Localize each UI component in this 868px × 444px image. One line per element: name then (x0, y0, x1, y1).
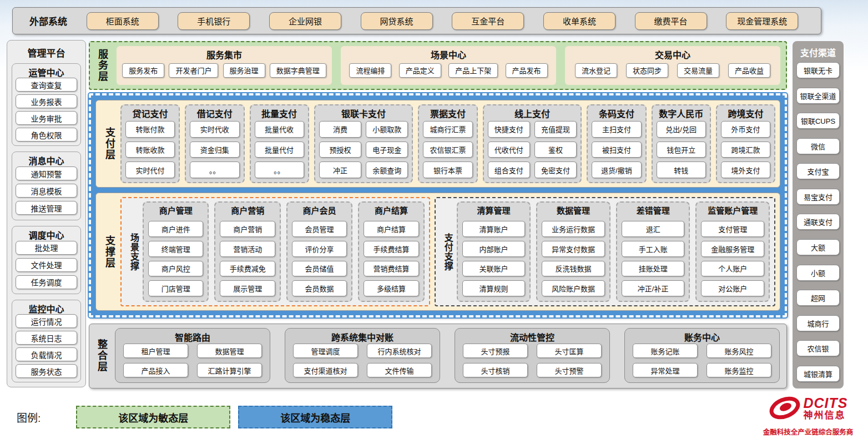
support-item-box: 挂账处理 (622, 261, 685, 277)
payment-channel-box: 支付宝 (796, 163, 840, 179)
service-group: 服务集市服务发布开发者门户服务治理数据字典管理 (117, 46, 332, 85)
legend: 图例: 该区域为敏态层 该区域为稳态层 (17, 406, 392, 428)
payment-item-box: 鉴权 (534, 142, 577, 158)
support-item-box: 内部账户 (462, 241, 526, 257)
payment-channel-box: 银联CUPS (796, 113, 840, 129)
service-item-box: 交易流量 (677, 63, 719, 78)
support-item-box: 评价分享 (292, 241, 347, 257)
service-item-box: 流水登记 (575, 63, 617, 78)
payment-item-box: 跨境汇款 (721, 142, 770, 158)
payment-item-box: 农信银汇票 (423, 142, 472, 158)
support-item-box: 会员管理 (292, 221, 347, 237)
management-item-box: 文件处理 (16, 258, 77, 272)
support-item-box: 会员储值 (292, 261, 347, 277)
external-system-box: 现金管理系统 (726, 12, 798, 30)
support-item-box: 会员数据 (292, 280, 347, 296)
support-item-box: 支付管理 (701, 221, 764, 237)
support-item-box: 风险账户数据 (542, 280, 605, 296)
payment-group-items: 批量代收批量代付。。 (255, 121, 304, 178)
payment-group-title: 贷记支付 (125, 108, 175, 121)
payment-group-title: 跨境支付 (721, 108, 770, 121)
external-system-box: 互金平台 (452, 12, 524, 30)
service-group-items: 流程编排产品定义产品上下架产品发布 (346, 60, 551, 80)
support-column: 数据管理业务运行数据异常支付数据反洗钱数据风险账户数据 (536, 201, 610, 302)
integration-group: 账务中心账务记账账务风控异常处理账务监控 (624, 328, 780, 383)
payment-item-box: 余额查询 (366, 162, 408, 178)
payment-group-items: 实时代收资金归集。。 (190, 121, 239, 178)
integration-item-box: 管理调度 (293, 344, 358, 358)
management-section: 运管中心查询查复业务报表业务审批角色权限 (12, 63, 81, 146)
support-column: 差错管理退汇手工入账挂账处理冲正/补正 (616, 201, 690, 302)
management-item-box: 通知预警 (16, 167, 77, 180)
payment-item-box: 批量代收 (255, 121, 304, 138)
integration-layer-label: 整合层 (93, 328, 110, 383)
payment-item-box: 银行本票 (423, 162, 472, 178)
service-item-box: 状态同步 (626, 63, 668, 78)
support-column-title: 数据管理 (542, 205, 605, 217)
integration-item-box: 头寸预警 (537, 363, 602, 377)
management-item-box: 业务报表 (16, 94, 77, 108)
service-group-items: 流水登记状态同步交易流量产品收益 (571, 60, 775, 80)
payment-item-box: 免密支付 (534, 162, 577, 178)
support-item-box: 展示管理 (220, 280, 275, 296)
payment-layer-label: 支付层 (100, 104, 118, 183)
management-sections: 运管中心查询查复业务报表业务审批角色权限消息中心通知预警消息模板推送管理调度中心… (12, 63, 81, 382)
support-item-box: 营销活动 (220, 241, 275, 257)
payment-item-box: 冲正 (319, 162, 361, 178)
external-systems-items: 柜面系统手机银行企业网银网贷系统互金平台收单系统缴费平台现金管理系统 (67, 12, 821, 30)
payment-item-box: 兑出/兑回 (657, 121, 706, 138)
payment-channels-title: 支付渠道 (796, 46, 840, 59)
service-item-box: 产品定义 (399, 63, 441, 78)
management-section: 监控中心运行情况系统日志负载情况服务状态 (12, 300, 81, 382)
support-item-box: 清算规则 (462, 280, 526, 296)
integration-group: 智能路由租户管理数据管理产品接入汇路计算引擎 (115, 328, 270, 383)
payment-item-box: 转账收款 (125, 142, 175, 158)
management-platform-title: 管理平台 (12, 43, 81, 63)
payment-group-items: 消费小额取款预授权电子现金冲正余额查询 (319, 121, 408, 178)
integration-item-box: 数据管理 (197, 344, 262, 358)
logo-tagline-text: 金融科技全产业链综合服务商 (753, 426, 864, 437)
dcits-swirl-icon (769, 394, 801, 424)
support-group-scene: 场景支撑商户管理商户进件终端管理商户风控门店管理商户营销商户营销营销活动手续费减… (120, 197, 430, 306)
payment-group-items: 城商行汇票农信银汇票银行本票 (423, 121, 472, 178)
management-section-title: 监控中心 (16, 302, 77, 314)
payment-channel-box: 超网 (796, 290, 840, 306)
payment-item-box: 主扫支付 (592, 121, 641, 138)
stable-layer-container: 支付层 贷记支付转账付款转账收款实时代付借记支付实时代收资金归集。。批量支付批量… (89, 93, 787, 317)
payment-group-title: 票据支付 (423, 108, 472, 121)
support-item-box: 业务运行数据 (542, 221, 605, 237)
support-item-box: 商户结算 (364, 221, 418, 237)
integration-group-items: 租户管理数据管理产品接入汇路计算引擎 (123, 344, 262, 377)
service-layer-groups: 服务集市服务发布开发者门户服务治理数据字典管理场景中心流程编排产品定义产品上下架… (117, 46, 780, 85)
integration-layer: 整合层 智能路由租户管理数据管理产品接入汇路计算引擎跨系统集中对账管理调度行内系… (89, 324, 787, 389)
payment-item-box: 快捷支付 (488, 121, 530, 138)
support-group-columns: 商户管理商户进件终端管理商户风控门店管理商户营销商户营销营销活动手续费减免展示管… (143, 201, 425, 302)
payment-item-box: 钱包开立 (657, 142, 706, 158)
payment-item-box: 充值提现 (534, 121, 577, 138)
management-item-box: 负载情况 (16, 347, 77, 361)
payment-channels-items: 银联无卡银联全渠道银联CUPS微信支付宝易宝支付通联支付大额小额超网城商行农信银… (796, 62, 840, 382)
management-item-box: 查询查复 (16, 78, 77, 92)
payment-channel-box: 微信 (796, 138, 840, 154)
payment-item-box: 预授权 (319, 142, 361, 158)
support-groups: 场景支撑商户管理商户进件终端管理商户风控门店管理商户营销商户营销营销活动手续费减… (120, 197, 775, 306)
integration-group: 流动性管控头寸预报头寸匡算头寸核销头寸预警 (455, 328, 610, 383)
management-item-box: 运行情况 (16, 314, 77, 328)
support-item-box: 异常支付数据 (542, 241, 605, 257)
support-item-box: 手工入账 (622, 241, 685, 257)
support-item-box: 商户营销 (220, 221, 275, 237)
payment-group-items: 主扫支付被扫支付退货/撤销 (592, 121, 641, 178)
payment-item-box: 境外支付 (721, 162, 770, 178)
payment-channel-box: 小额 (796, 265, 840, 281)
support-group-columns: 清算管理清算账户内部账户关联账户清算规则数据管理业务运行数据异常支付数据反洗钱数… (457, 201, 770, 302)
payment-channels-panel: 支付渠道 银联无卡银联全渠道银联CUPS微信支付宝易宝支付通联支付大额小额超网城… (793, 41, 844, 389)
management-item-box: 推送管理 (16, 201, 77, 215)
payment-item-box: 资金归集 (190, 142, 239, 158)
integration-group-title: 智能路由 (123, 330, 262, 344)
integration-item-box: 账务监控 (706, 363, 771, 377)
payment-item-box: 组合支付 (488, 162, 530, 178)
management-section-items: 通知预警消息模板推送管理 (16, 166, 77, 216)
support-column-title: 监管账户管理 (701, 205, 764, 217)
payment-item-box: 。。 (255, 162, 304, 178)
payment-group: 借记支付实时代收资金归集。。 (185, 104, 244, 183)
